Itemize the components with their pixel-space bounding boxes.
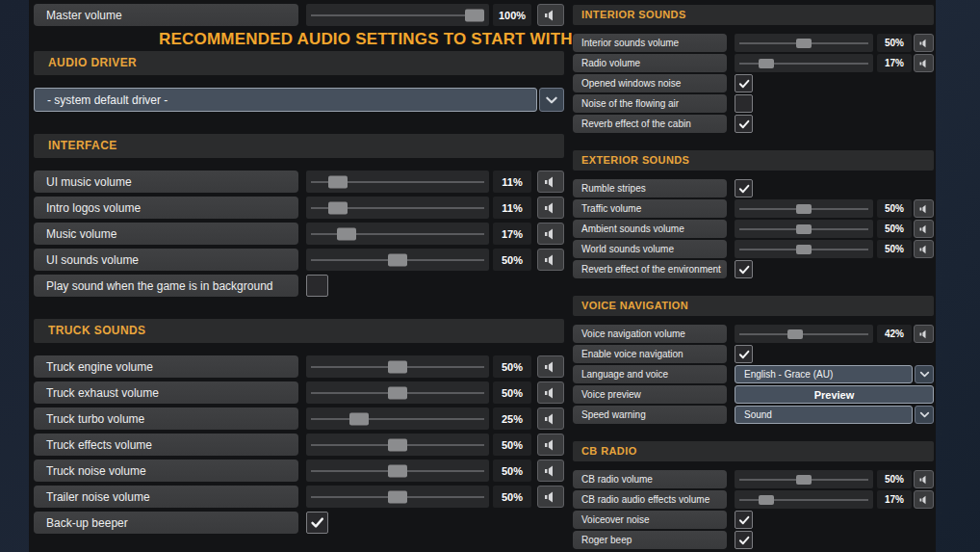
speaker-button[interactable] [914,34,934,52]
slider-handle[interactable] [388,386,407,399]
volume-slider[interactable] [306,460,489,482]
volume-slider[interactable] [735,490,873,509]
checkbox[interactable] [735,179,753,197]
setting-label: Play sound when the game is in backgroun… [34,275,298,297]
slider-handle[interactable] [328,175,348,188]
slider-handle[interactable] [796,39,812,48]
dropdown-chevron-button[interactable] [915,406,934,424]
speaker-button[interactable] [537,434,564,456]
volume-slider[interactable] [735,34,873,52]
speaker-button[interactable] [914,220,934,238]
check-icon [737,182,751,196]
volume-slider[interactable] [735,325,873,343]
check-icon [737,513,751,527]
speaker-button[interactable] [914,240,934,258]
volume-slider[interactable] [735,470,873,488]
checkbox[interactable] [735,115,753,133]
checkbox[interactable] [735,531,753,549]
dropdown-chevron-button[interactable] [539,88,564,112]
volume-slider[interactable] [306,171,489,193]
setting-label: Truck effects volume [34,434,298,456]
speaker-icon [543,200,558,216]
section-exterior-sounds: EXTERIOR SOUNDSRumble stripesTraffic vol… [573,150,934,278]
speaker-button[interactable] [537,355,564,378]
checkbox[interactable] [735,260,753,278]
volume-slider[interactable] [735,220,873,238]
slider-handle[interactable] [337,227,356,240]
volume-slider[interactable] [306,355,489,378]
slider-handle[interactable] [796,224,812,234]
settings-row: UI music volume11% [34,171,564,193]
master-volume-row: Master volume100% [34,4,564,26]
volume-slider[interactable] [306,486,489,508]
section-header: EXTERIOR SOUNDS [573,150,934,171]
slider-handle[interactable] [388,438,407,451]
volume-slider[interactable] [306,223,489,245]
speaker-button[interactable] [537,4,564,26]
dropdown[interactable]: Sound [735,406,913,424]
checkbox[interactable] [735,94,753,113]
settings-row: Language and voiceEnglish - Grace (AU) [573,365,934,383]
slider-handle[interactable] [787,329,803,339]
volume-slider[interactable] [735,240,873,258]
check-icon [737,534,751,547]
dropdown-chevron-button[interactable] [915,365,934,383]
slider-handle[interactable] [388,464,407,477]
speaker-button[interactable] [537,223,564,245]
volume-slider[interactable] [306,249,489,271]
slider-handle[interactable] [759,495,774,505]
slider-handle[interactable] [388,253,407,266]
speaker-button[interactable] [914,199,934,218]
value-percent: 25% [493,407,531,430]
checkbox[interactable] [735,345,753,363]
speaker-button[interactable] [537,197,564,219]
setting-label: Radio volume [573,54,727,72]
checkbox[interactable] [306,512,328,534]
slider-handle[interactable] [465,9,484,21]
speaker-button[interactable] [914,325,934,343]
speaker-icon [918,58,930,69]
checkbox[interactable] [306,275,328,297]
volume-slider[interactable] [306,381,489,404]
setting-label: Language and voice [573,365,727,383]
speaker-icon [543,489,558,505]
audio-settings-screen: { "colors": { "accent_orange": "#e9a53c"… [0,0,980,552]
banner-text: RECOMMENDED AUDIO SETTINGS TO START WITH [159,30,564,49]
speaker-button[interactable] [537,460,564,482]
slider-handle[interactable] [349,412,369,425]
speaker-icon [918,244,930,255]
speaker-button[interactable] [537,407,564,430]
setting-label: Traffic volume [573,199,727,218]
slider-handle[interactable] [796,245,812,254]
section-rows: Voice navigation volume42%Enable voice n… [573,325,934,424]
dropdown[interactable]: English - Grace (AU) [735,365,913,383]
speaker-button[interactable] [537,486,564,508]
volume-slider[interactable] [306,4,489,26]
slider-handle[interactable] [796,204,812,214]
speaker-button[interactable] [914,54,934,72]
checkbox[interactable] [735,74,753,92]
speaker-button[interactable] [914,470,934,488]
slider-handle[interactable] [388,490,407,503]
slider-handle[interactable] [328,201,348,214]
checkbox[interactable] [735,511,753,529]
settings-row: Enable voice navigation [573,345,934,363]
slider-handle[interactable] [388,360,407,373]
slider-handle[interactable] [759,59,774,68]
speaker-button[interactable] [537,171,564,193]
setting-label: Noise of the flowing air [573,94,727,113]
volume-slider[interactable] [306,197,489,219]
volume-slider[interactable] [306,407,489,430]
settings-row: Reverb effect of the environment [573,260,934,278]
setting-label: Voiceover noise [573,511,727,529]
speaker-button[interactable] [537,381,564,404]
volume-slider[interactable] [735,54,873,72]
speaker-button[interactable] [537,249,564,271]
speaker-button[interactable] [914,490,934,509]
volume-slider[interactable] [735,199,873,218]
volume-slider[interactable] [306,434,489,456]
preview-button[interactable]: Preview [735,385,934,404]
dropdown[interactable]: - system default driver - [34,88,537,112]
slider-handle[interactable] [796,475,812,485]
section-header: CB RADIO [573,441,934,461]
